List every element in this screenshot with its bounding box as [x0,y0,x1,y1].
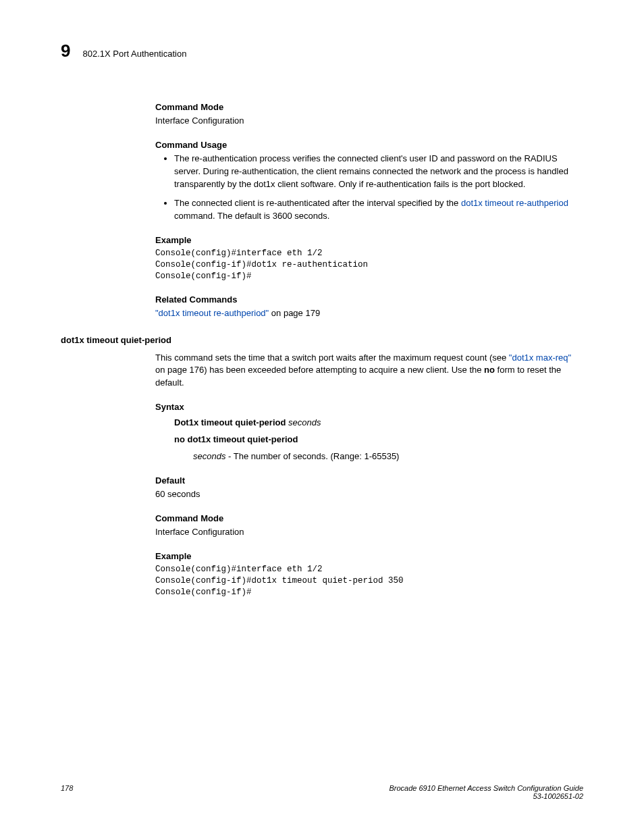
running-header: 9 802.1X Port Authentication [61,41,583,61]
desc-mid: on page 176) has been exceeded before at… [155,365,484,375]
bullet-text-after: command. The default is 3600 seconds. [174,211,329,221]
syntax-line: Dot1x timeout quiet-period seconds [174,415,583,432]
chapter-number: 9 [61,41,70,61]
example-code: Console(config)#interface eth 1/2 Consol… [155,564,583,598]
content-column: Command Mode Interface Configuration Com… [155,102,583,598]
related-commands-line: "dot1x timeout re-authperiod" on page 17… [155,307,583,320]
usage-bullet-list: The re-authentication process verifies t… [155,153,583,223]
usage-bullet: The re-authentication process verifies t… [174,153,583,191]
related-after: on page 179 [269,308,320,318]
page-container: 9 802.1X Port Authentication Command Mod… [0,0,644,834]
page-number: 178 [61,784,73,792]
heading-command-mode: Command Mode [155,513,583,523]
heading-command-usage: Command Usage [155,140,583,150]
bullet-text-before: The connected client is re-authenticated… [174,198,461,208]
desc-bold-no: no [484,365,495,375]
footer-docnum: 53-1002651-02 [533,792,583,800]
footer-title: Brocade 6910 Ethernet Access Switch Conf… [389,784,583,792]
syntax-block: Dot1x timeout quiet-period seconds no do… [174,415,583,448]
page-footer: 178 Brocade 6910 Ethernet Access Switch … [61,784,583,800]
command-mode-value: Interface Configuration [155,115,583,128]
bullet-text: The re-authentication process verifies t… [174,153,568,189]
syntax-keyword: Dot1x timeout quiet-period [174,417,286,427]
usage-bullet: The connected client is re-authenticated… [174,197,583,223]
chapter-title: 802.1X Port Authentication [82,49,186,59]
param-name: seconds [193,451,225,461]
example-code: Console(config)#interface eth 1/2 Consol… [155,248,583,282]
heading-related-commands: Related Commands [155,294,583,305]
syntax-param: seconds [286,417,321,427]
command-mode-value: Interface Configuration [155,526,583,539]
param-rest: - The number of seconds. (Range: 1-65535… [225,451,399,461]
desc-before: This command sets the time that a switch… [155,353,509,363]
syntax-param-desc: seconds - The number of seconds. (Range:… [193,450,583,463]
heading-command-mode: Command Mode [155,102,583,112]
heading-default: Default [155,475,583,486]
command-section-title: dot1x timeout quiet-period [61,335,583,345]
default-value: 60 seconds [155,488,583,501]
syntax-line: no dot1x timeout quiet-period [174,432,583,448]
heading-example: Example [155,551,583,561]
footer-right: Brocade 6910 Ethernet Access Switch Conf… [389,784,583,800]
command-description: This command sets the time that a switch… [155,352,583,390]
heading-syntax: Syntax [155,402,583,412]
cross-ref-link[interactable]: "dot1x max-req" [509,353,571,363]
cross-ref-link[interactable]: "dot1x timeout re-authperiod" [155,308,269,318]
cross-ref-link[interactable]: dot1x timeout re-authperiod [461,198,568,208]
heading-example: Example [155,235,583,245]
syntax-keyword: no dot1x timeout quiet-period [174,434,298,444]
